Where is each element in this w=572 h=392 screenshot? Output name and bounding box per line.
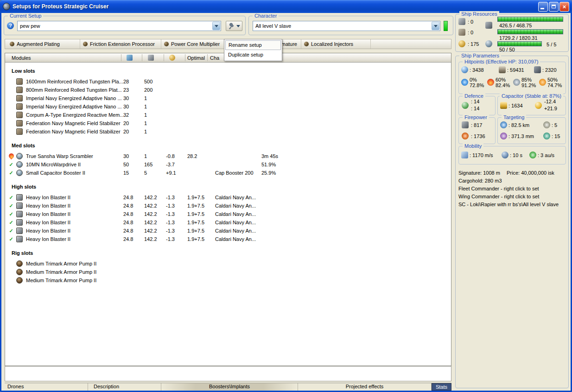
slot-section-title: Rig slots (12, 250, 451, 257)
module-name: Small Capacitor Booster II (26, 169, 123, 177)
module-row[interactable]: ✓Heavy Ion Blaster II24.8142.2-1.31.9+7.… (5, 210, 451, 218)
module-c3: -0.8 (166, 152, 175, 160)
character-select[interactable]: All level V slave (253, 21, 440, 31)
hitpoints-label: Hitpoints (Effective HP: 310,097) (463, 59, 540, 64)
module-c1: 15 (123, 169, 129, 177)
charge-column-header[interactable]: Cha (210, 53, 219, 63)
module-icon (16, 236, 23, 242)
module-row[interactable]: Medium Trimark Armor Pump II (5, 276, 451, 285)
module-row[interactable]: ✓Heavy Ion Blaster II24.8142.2-1.31.9+7.… (5, 202, 451, 210)
module-row[interactable]: Corpum A-Type Energized Reactive Mem...3… (5, 111, 451, 119)
chevron-down-icon[interactable] (212, 22, 220, 30)
volley-value: : 1736 (471, 133, 485, 139)
signature-text: Signature: 1008 m (458, 170, 500, 176)
module-row[interactable]: Medium Trimark Armor Pump II (5, 259, 451, 268)
warp-speed-value: : 3 au/s (538, 152, 554, 158)
wing-commander-text[interactable]: Wing Commander - right click to set (458, 194, 539, 199)
capacitor-group: Capacitor (Stable at: 87%) : 1634 -12.4 … (497, 96, 566, 115)
subsystem-item[interactable]: Localized Injectors (301, 39, 371, 49)
subsystem-label: Augmented Plating (17, 41, 60, 47)
minimize-button[interactable] (538, 2, 548, 12)
module-row[interactable]: Medium Trimark Armor Pump II (5, 268, 451, 276)
lower-panel (5, 366, 451, 381)
module-row[interactable]: ✓Heavy Ion Blaster II24.8142.2-1.31.9+7.… (5, 193, 451, 202)
ship-resources-label: Ship Resources (459, 11, 499, 17)
wrench-icon (228, 23, 235, 30)
slot-section-title: High slots (12, 184, 451, 190)
module-name: Heavy Ion Blaster II (26, 193, 123, 202)
module-row[interactable]: ✓Heavy Ion Blaster II24.8142.2-1.31.9+7.… (5, 235, 451, 243)
module-c4: 1.9+7.5 (187, 210, 204, 218)
module-charge: Caldari Navy An... (215, 235, 256, 243)
module-name: True Sansha Warp Scrambler (26, 152, 123, 160)
panel-tab-boosters-implants[interactable]: Boosters\Implants (161, 383, 298, 391)
module-row[interactable]: True Sansha Warp Scrambler301-0.828.23m … (5, 152, 451, 160)
module-icon (16, 95, 23, 101)
subsystem-item[interactable]: Power Core Multiplier (161, 39, 226, 49)
module-c3: -1.3 (166, 202, 175, 210)
module-row[interactable]: 1600mm Reinforced Rolled Tungsten Pla...… (5, 77, 451, 86)
setup-tools-button[interactable] (226, 21, 242, 31)
module-name: Heavy Ion Blaster II (26, 210, 123, 218)
sensor-strength-icon (543, 133, 550, 139)
ship-parameters-label: Ship Parameters (459, 53, 501, 58)
fleet-commander-text[interactable]: Fleet Commander - right click to set (458, 186, 539, 191)
module-row[interactable]: Imperial Navy Energized Adaptive Nano ..… (5, 94, 451, 102)
menu-item[interactable]: Duplicate setup (225, 50, 281, 60)
module-row[interactable]: ✓10MN MicroWarpdrive II50165-3.751.9% (5, 160, 451, 169)
help-icon[interactable]: ? (7, 22, 14, 29)
turret-hardpoint-icon (458, 18, 465, 25)
menu-item[interactable]: Rename setup (225, 40, 281, 50)
setup-path-text: SC - Loki\Rapier with rr bs's\All level … (458, 202, 559, 207)
module-c2: 1 (144, 127, 147, 136)
panel-tab-drones[interactable]: Drones (5, 383, 88, 391)
modules-column-header[interactable]: Modules (12, 53, 31, 63)
chevron-down-icon[interactable] (432, 22, 439, 30)
optimal-column-header[interactable]: Optimal (187, 53, 205, 63)
close-button[interactable]: × (559, 2, 569, 12)
panel-tab-stats[interactable]: Stats (432, 383, 451, 391)
module-row[interactable]: ✓Small Capacitor Booster II155+9.1Cap Bo… (5, 169, 451, 177)
em-resist-icon (461, 79, 468, 86)
module-name: Imperial Navy Energized Adaptive Nano ..… (26, 94, 123, 102)
module-row[interactable]: ✓Heavy Ion Blaster II24.8142.2-1.31.9+7.… (5, 227, 451, 235)
module-icon (16, 219, 23, 226)
module-row[interactable]: Federation Navy Magnetic Field Stabilize… (5, 127, 451, 136)
module-name: Heavy Ion Blaster II (26, 202, 123, 210)
max-targets-value: : 5 (552, 122, 557, 128)
modules-body: Low slots1600mm Reinforced Rolled Tungst… (5, 63, 451, 285)
module-row[interactable]: Imperial Navy Energized Adaptive Nano ..… (5, 102, 451, 111)
module-icon (16, 170, 23, 176)
module-charge: Cap Booster 200 (215, 169, 254, 177)
module-c1: 28 (123, 77, 129, 86)
module-name: Medium Trimark Armor Pump II (26, 268, 123, 276)
module-row[interactable]: 800mm Reinforced Rolled Tungsten Plat...… (5, 86, 451, 94)
module-charge: Caldari Navy An... (215, 227, 256, 235)
panel-tab-description[interactable]: Description (88, 383, 161, 391)
module-name: Heavy Ion Blaster II (26, 227, 123, 235)
module-icon (16, 211, 23, 217)
subsystem-item[interactable]: Augmented Plating (7, 39, 80, 49)
module-c3: -1.3 (166, 218, 175, 227)
defence-value-2: : 14 (471, 106, 479, 111)
module-c3: -1.3 (166, 210, 175, 218)
ok-icon: ✓ (9, 211, 13, 217)
subsystem-item[interactable]: Friction Extension Processor (80, 39, 161, 49)
targeting-group: Targeting : 82.5 km : 5 : 371.3 mm : 15 (497, 117, 566, 144)
cap-recharge-value: +21.9 (544, 106, 557, 111)
module-c2: 5 (144, 169, 147, 177)
explosive-resist-icon (539, 79, 546, 86)
mobility-group: Mobility : 1170 m/s : 10 s : 3 au/s (458, 146, 566, 164)
module-row[interactable]: ✓Heavy Ion Blaster II24.8142.2-1.31.9+7.… (5, 218, 451, 227)
module-row[interactable]: Federation Navy Magnetic Field Stabilize… (5, 119, 451, 127)
current-setup-label: Current Setup (8, 13, 43, 19)
cpu-icon (127, 55, 133, 61)
panel-tab-projected-effects[interactable]: Projected effects (298, 383, 432, 391)
dps-value: : 817 (471, 122, 482, 128)
maximize-button[interactable] (549, 2, 559, 12)
module-icon (16, 120, 23, 126)
kinetic-resist-icon (513, 79, 520, 86)
setup-select[interactable]: pew pew (17, 21, 221, 31)
module-charge: Caldari Navy An... (215, 193, 256, 202)
bottom-bar: DronesDescriptionBoosters\ImplantsProjec… (5, 383, 451, 391)
